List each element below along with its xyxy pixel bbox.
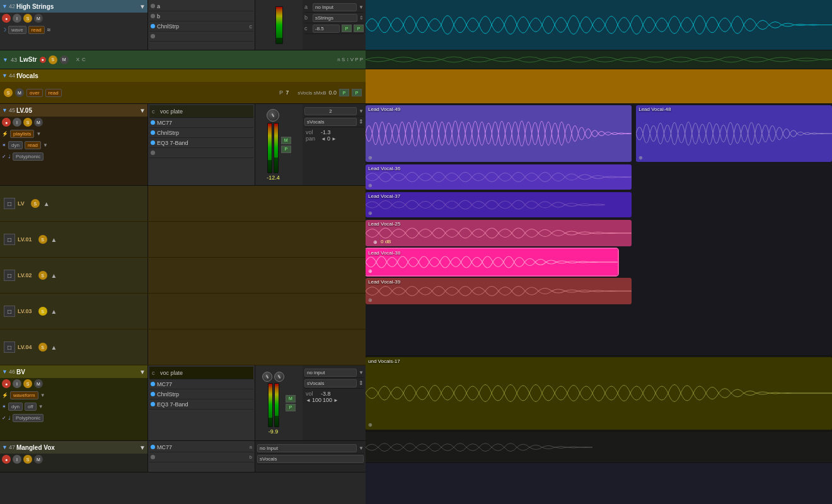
track-43-expand[interactable]: ▼ (3, 57, 8, 63)
track-46-io-output[interactable]: sVocals ⇕ (304, 378, 364, 389)
track-47-io-input[interactable]: no Input ▼ (257, 443, 364, 454)
track-46-output-val[interactable]: sVocals (304, 379, 357, 387)
track-42-rec-btn[interactable]: ● (2, 14, 11, 23)
track-45-knob[interactable] (267, 109, 279, 122)
track-43-mute-btn[interactable]: M (60, 55, 69, 64)
track-45-send-a[interactable]: c voc plate (149, 105, 253, 118)
track-45-insert-empty[interactable] (149, 148, 253, 158)
track-45-solo-btn[interactable]: S (23, 118, 32, 127)
track-46-waveform-arrow[interactable]: ▼ (40, 392, 45, 398)
track-45-mc77[interactable]: MC77 (149, 118, 253, 128)
track-46-rec-btn[interactable]: ● (2, 379, 11, 388)
track-42-io-c[interactable]: c -8.5 P P (304, 23, 364, 34)
track-42-io-c-db[interactable]: -8.5 (313, 25, 340, 33)
track-45-chnlstrp[interactable]: ChnlStrp (149, 128, 253, 138)
track-45-mute-btn[interactable]: M (34, 118, 43, 127)
track-46-chnlstrp[interactable]: ChnlStrp (149, 389, 253, 399)
track-45-dyn-btn[interactable]: dyn (8, 141, 23, 149)
track-42-dropdown[interactable]: ▼ (139, 3, 146, 10)
subtrack-lv04-icon[interactable]: □ (4, 341, 15, 353)
track-46-dyn-btn[interactable]: dyn (8, 403, 23, 411)
track-42-mute-btn[interactable]: M (34, 14, 43, 23)
track-45-dropdown[interactable]: ▼ (139, 107, 146, 114)
track-47-dropdown[interactable]: ▼ (139, 444, 146, 451)
track-46-p-btn[interactable]: P (286, 404, 296, 411)
track-42-input-btn[interactable]: I (13, 14, 21, 23)
track-45-playlists-btn[interactable]: playlists (10, 130, 34, 138)
track-43-solo-btn[interactable]: S (49, 55, 57, 64)
track-42-expand[interactable]: ▼ (2, 3, 8, 9)
subtrack-lv-solo[interactable]: S (31, 199, 40, 208)
track-45-io-num-val[interactable]: 2 (304, 107, 357, 115)
track-42-pp-btn2[interactable]: P (354, 25, 364, 32)
track-44-expand[interactable]: ▼ (2, 72, 8, 79)
track-42-wave-btn[interactable]: wave (8, 26, 26, 34)
track-45-polyphonic-btn[interactable]: Polyphonic (13, 152, 43, 161)
track-44-read-btn[interactable]: read (45, 89, 62, 97)
track-43-rec-btn[interactable]: ● (40, 57, 46, 63)
subtrack-lv04-solo[interactable]: S (38, 343, 47, 352)
clip-lv25[interactable]: Lead Vocal-25 ⊕ 0 dB (366, 220, 632, 246)
track-46-mc77[interactable]: MC77 (149, 379, 253, 389)
clip-lv37[interactable]: Lead Vocal-37 ⊕ (366, 192, 632, 217)
subtrack-lv01-icon[interactable]: □ (4, 234, 15, 245)
rt-46-block[interactable]: und Vocals-17 ⊕ (366, 357, 832, 430)
track-45-m-btn[interactable]: M (281, 137, 291, 144)
track-46-dyn-arrow[interactable]: ▼ (38, 404, 43, 410)
track-45-playlists-arrow[interactable]: ▼ (36, 131, 41, 137)
track-46-polyphonic-btn[interactable]: Polyphonic (13, 414, 43, 422)
track-45-read-btn[interactable]: read (25, 141, 41, 149)
track-42-insert-b[interactable]: b (149, 11, 253, 21)
track-45-input-btn[interactable]: I (13, 118, 21, 127)
track-44-pp-btn1[interactable]: P (339, 89, 349, 96)
subtrack-lv-icon[interactable]: □ (4, 198, 15, 209)
track-45-io-output[interactable]: sVocals ⇕ (304, 117, 364, 127)
track-44-mute-btn[interactable]: M (15, 88, 24, 97)
track-42-solo-btn[interactable]: S (23, 14, 32, 23)
track-46-off-btn[interactable]: off (25, 403, 37, 411)
track-46-solo-btn[interactable]: S (23, 379, 32, 388)
track-42-fader[interactable] (255, 0, 303, 50)
track-46-io-input[interactable]: no input ▼ (304, 367, 364, 378)
track-44-solo-btn[interactable]: S (4, 88, 13, 97)
track-42-io-a[interactable]: a no Input ▼ (304, 2, 364, 13)
subtrack-lv02-up-arrow[interactable]: ▲ (51, 272, 57, 279)
track-45-expand[interactable]: ▼ (2, 107, 8, 113)
subtrack-lv01-up-arrow[interactable]: ▲ (51, 236, 57, 243)
track-47-rec-btn[interactable]: ● (2, 455, 11, 464)
track-46-fader[interactable]: -9.9 M P (255, 365, 303, 440)
track-47-io-output[interactable]: sVocals (257, 454, 364, 464)
track-42-pp-btn1[interactable]: P (342, 25, 352, 32)
track-42-insert-c[interactable]: ChnlStrp c (149, 21, 253, 32)
track-47-mc77[interactable]: MC77 a (149, 442, 253, 452)
track-45-rec-btn[interactable]: ● (2, 118, 11, 127)
track-42-read-btn[interactable]: read (28, 26, 45, 34)
track-44-over-btn[interactable]: over (26, 89, 43, 97)
subtrack-lv-up-arrow[interactable]: ▲ (43, 200, 50, 207)
track-42-io-b[interactable]: b sStrings ⇕ (304, 13, 364, 23)
track-46-send-a[interactable]: c voc plate (149, 367, 253, 379)
track-47-expand[interactable]: ▼ (2, 444, 8, 450)
track-45-output-val[interactable]: sVocals (304, 118, 357, 126)
track-47-insert-b[interactable]: b (149, 452, 253, 462)
track-46-input-btn[interactable]: I (13, 379, 21, 388)
track-45-dyn-arrow[interactable]: ▼ (43, 142, 48, 148)
clip-lv39[interactable]: Lead Vocal-39 ⊕ (366, 278, 632, 304)
track-46-knob-r[interactable] (274, 372, 284, 382)
track-46-m-btn[interactable]: M (286, 395, 296, 403)
track-46-knob-l[interactable] (262, 372, 272, 382)
track-45-eq[interactable]: EQ3 7-Band (149, 138, 253, 148)
subtrack-lv02-icon[interactable]: □ (4, 270, 15, 281)
track-46-expand[interactable]: ▼ (2, 369, 8, 375)
clip-lv48[interactable]: Lead Vocal-48 ⊕ (636, 105, 832, 162)
track-45-fader[interactable]: -12.4 M P (255, 104, 303, 185)
subtrack-lv02-solo[interactable]: S (38, 271, 47, 280)
track-47-mute-btn[interactable]: M (34, 455, 43, 464)
clip-lv36[interactable]: Lead Vocal-36 ⊕ (366, 164, 632, 190)
track-46-mute-btn[interactable]: M (34, 379, 43, 388)
subtrack-lv03-icon[interactable]: □ (4, 306, 15, 317)
track-47-input-btn[interactable]: I (13, 455, 21, 464)
subtrack-lv03-up-arrow[interactable]: ▲ (51, 308, 57, 315)
track-42-io-a-val[interactable]: no Input (313, 3, 357, 11)
clip-lv38[interactable]: Lead Vocal-38 ⊕ (366, 249, 618, 275)
